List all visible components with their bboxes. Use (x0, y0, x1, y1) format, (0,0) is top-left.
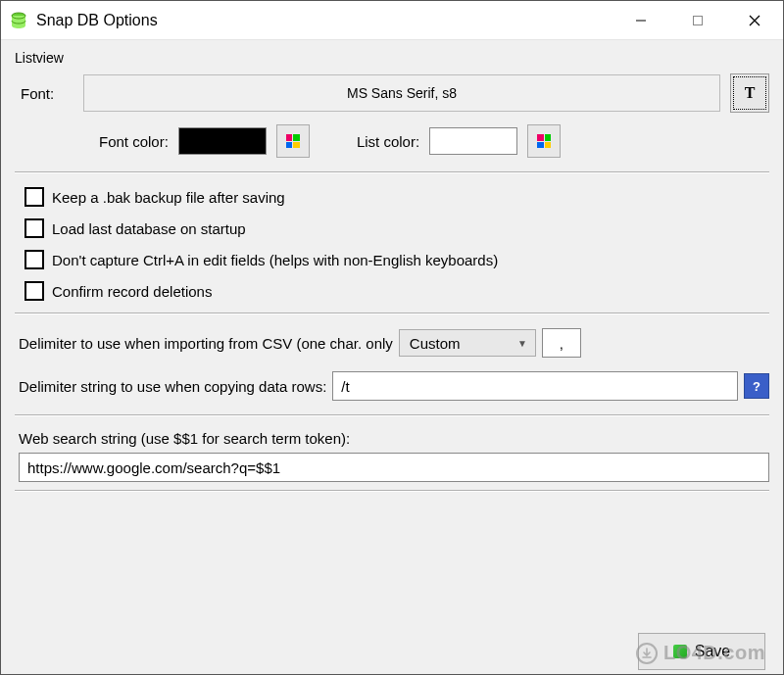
checkbox-icon (24, 250, 44, 269)
websearch-section: Web search string (use $$1 for search te… (19, 430, 769, 482)
divider (15, 490, 769, 492)
divider (15, 313, 769, 314)
websearch-input[interactable] (19, 453, 769, 482)
color-row: Font color: List color: (99, 124, 769, 158)
close-button[interactable] (726, 1, 783, 39)
check-ctrl-a[interactable]: Don't capture Ctrl+A in edit fields (hel… (24, 250, 769, 269)
check-label: Load last database on startup (52, 220, 246, 237)
websearch-label: Web search string (use $$1 for search te… (19, 430, 769, 447)
client-area: Listview Font: MS Sans Serif, s8 T Font … (1, 40, 783, 674)
checkbox-icon (24, 187, 44, 207)
chevron-down-icon: ▼ (517, 338, 527, 349)
font-label: Font: (21, 85, 74, 102)
palette-icon (537, 134, 551, 148)
svg-line-5 (750, 16, 760, 25)
check-load-last[interactable]: Load last database on startup (24, 218, 769, 238)
divider (15, 171, 769, 173)
maximize-button[interactable] (669, 1, 726, 39)
check-label: Keep a .bak backup file after saving (52, 189, 285, 206)
window-title: Snap DB Options (36, 12, 612, 29)
list-color-label: List color: (357, 133, 419, 150)
titlebar: Snap DB Options (1, 1, 783, 40)
svg-line-4 (750, 16, 760, 25)
check-confirm-delete[interactable]: Confirm record deletions (24, 281, 769, 301)
options-window: Snap DB Options Listview Font: MS Sans S… (0, 0, 784, 675)
combo-value: Custom (410, 335, 461, 352)
font-row: Font: MS Sans Serif, s8 T (21, 73, 769, 113)
csv-delimiter-row: Delimiter to use when importing from CSV… (19, 328, 769, 358)
list-color-button[interactable] (527, 124, 561, 158)
csv-delimiter-char[interactable] (542, 328, 581, 358)
divider (15, 414, 769, 416)
csv-delimiter-combo[interactable]: Custom ▼ (399, 329, 536, 357)
help-icon: ? (753, 379, 760, 394)
font-display: MS Sans Serif, s8 (83, 74, 720, 112)
font-picker-button[interactable]: T (730, 73, 769, 113)
font-color-swatch (178, 127, 267, 155)
copy-delimiter-input[interactable] (332, 371, 738, 401)
font-color-button[interactable] (276, 124, 310, 158)
copy-delimiter-label: Delimiter string to use when copying dat… (19, 378, 326, 395)
font-color-label: Font color: (99, 133, 169, 150)
checkbox-icon (24, 218, 44, 238)
font-picker-icon: T (745, 84, 756, 102)
save-button[interactable]: Save (638, 633, 765, 670)
save-button-label: Save (695, 643, 730, 660)
check-label: Don't capture Ctrl+A in edit fields (hel… (52, 252, 498, 268)
palette-icon (286, 134, 300, 148)
app-icon (9, 11, 28, 30)
font-value: MS Sans Serif, s8 (347, 85, 457, 101)
check-keep-bak[interactable]: Keep a .bak backup file after saving (24, 187, 769, 207)
listview-group-label: Listview (15, 50, 773, 66)
list-color-swatch (429, 127, 517, 155)
window-controls (612, 1, 783, 39)
minimize-button[interactable] (612, 1, 669, 39)
save-icon (673, 645, 687, 658)
csv-delimiter-label: Delimiter to use when importing from CSV… (19, 335, 393, 352)
check-label: Confirm record deletions (52, 283, 212, 300)
checkbox-icon (24, 281, 44, 301)
copy-delimiter-row: Delimiter string to use when copying dat… (19, 371, 769, 401)
help-button[interactable]: ? (744, 373, 769, 399)
svg-rect-3 (694, 16, 703, 24)
